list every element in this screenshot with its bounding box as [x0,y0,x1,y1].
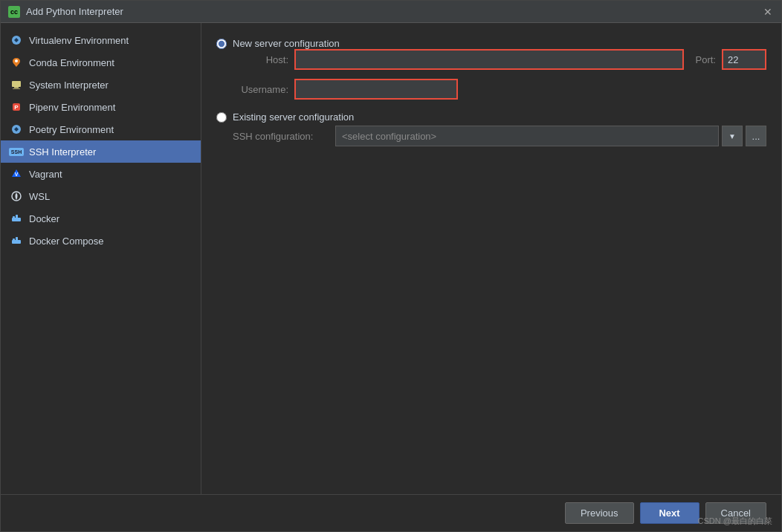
ssh-config-select-field[interactable]: <select configuration> [335,126,719,146]
sidebar-item-docker-compose-label: Docker Compose [29,236,103,247]
sidebar-item-ssh[interactable]: SSH SSH Interpreter [1,140,201,163]
username-input[interactable] [294,79,458,100]
new-server-label: New server configuration [233,38,340,49]
sidebar-item-poetry[interactable]: Poetry Environment [1,118,201,140]
svg-rect-4 [13,88,20,89]
system-icon [10,78,23,91]
sidebar-item-system-label: System Interpreter [29,80,109,91]
sidebar-item-ssh-label: SSH Interpreter [29,146,96,158]
sidebar-item-docker-compose[interactable]: Docker Compose [1,230,201,252]
more-icon: ... [752,131,760,142]
sidebar-item-docker-label: Docker [29,213,59,224]
sidebar-item-vagrant[interactable]: V Vagrant [1,163,201,185]
vagrant-icon: V [10,167,23,181]
svg-text:P: P [14,104,19,111]
poetry-icon [10,123,23,136]
existing-server-radio-row: Existing server configuration [216,111,766,123]
username-row: Username: [233,79,766,100]
sidebar-item-conda-label: Conda Environment [29,57,114,68]
existing-server-label: Existing server configuration [233,111,354,123]
svg-rect-3 [14,87,19,88]
app-icon: cc [8,6,20,18]
existing-server-option: Existing server configuration SSH config… [216,111,766,146]
dialog: cc Add Python Interpreter ✕ Virtualenv E… [0,0,782,532]
svg-rect-2 [12,81,21,87]
sidebar-item-virtualenv-label: Virtualenv Environment [29,35,129,46]
title-bar-left: cc Add Python Interpreter [8,6,123,18]
svg-rect-12 [13,216,15,218]
next-button[interactable]: Next [640,502,699,524]
watermark: CSDN @最白的白菜 [698,516,772,527]
radio-group: New server configuration Host: Port: Use [216,38,766,146]
host-row: Host: Port: [233,49,766,70]
close-button[interactable]: ✕ [762,6,774,18]
title-bar: cc Add Python Interpreter ✕ [1,1,781,23]
sidebar-item-system[interactable]: System Interpreter [1,74,201,96]
port-label: Port: [696,54,716,65]
ssh-config-more-button[interactable]: ... [746,126,766,146]
sidebar-item-pipenv-label: Pipenv Environment [29,102,115,113]
port-input[interactable] [722,49,766,70]
sidebar-item-vagrant-label: Vagrant [29,169,62,180]
footer: Previous Next Cancel [1,494,781,531]
existing-server-radio[interactable] [216,112,227,123]
sidebar-item-pipenv[interactable]: P Pipenv Environment [1,96,201,118]
svg-rect-18 [16,237,18,239]
host-input[interactable] [294,49,684,70]
conda-icon [10,56,23,69]
username-label: Username: [233,84,288,95]
sidebar-item-wsl[interactable]: WSL [1,185,201,207]
ssh-icon: SSH [10,145,23,158]
ssh-config-dropdown-button[interactable]: ▼ [722,126,743,146]
svg-rect-16 [13,239,15,241]
svg-rect-14 [16,215,18,217]
docker-icon [10,212,23,225]
host-label: Host: [233,54,288,65]
sidebar-item-docker[interactable]: Docker [1,207,201,230]
virtualenv-icon [10,33,23,47]
dialog-title: Add Python Interpreter [26,6,123,17]
content-area: Virtualenv Environment Conda Environment [1,23,781,494]
previous-button[interactable]: Previous [565,502,634,524]
ssh-config-label: SSH configuration: [233,131,329,142]
sidebar-item-virtualenv[interactable]: Virtualenv Environment [1,29,201,51]
wsl-icon [10,189,23,203]
chevron-down-icon: ▼ [728,132,736,140]
new-server-radio[interactable] [216,39,227,49]
ssh-config-container: <select configuration> ▼ ... [335,126,766,146]
main-panel: New server configuration Host: Port: Use [201,23,781,494]
ssh-config-value: <select configuration> [342,131,436,142]
sidebar-item-conda[interactable]: Conda Environment [1,51,201,74]
new-server-radio-row: New server configuration [216,38,766,49]
pipenv-icon: P [10,100,23,114]
existing-server-form: SSH configuration: <select configuration… [233,126,766,146]
svg-text:V: V [15,172,19,177]
docker-compose-icon [10,234,23,247]
new-server-form: Host: Port: Username: [233,49,766,100]
sidebar: Virtualenv Environment Conda Environment [1,23,201,494]
new-server-option: New server configuration Host: Port: Use [216,38,766,100]
sidebar-item-wsl-label: WSL [29,191,50,202]
sidebar-item-poetry-label: Poetry Environment [29,124,114,135]
svg-point-1 [15,59,18,62]
